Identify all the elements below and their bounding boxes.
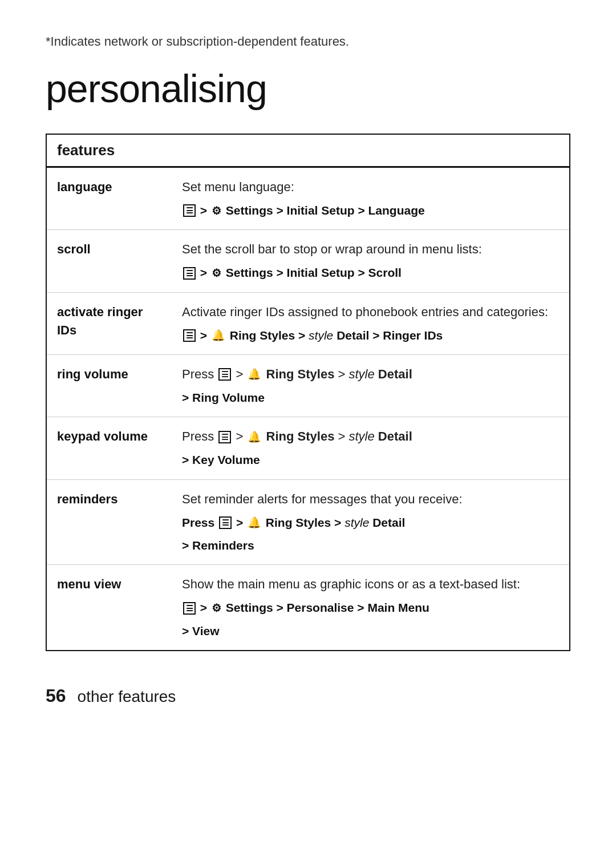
feature-label: menu view <box>46 565 172 651</box>
desc-text: Set the scroll bar to stop or wrap aroun… <box>182 240 559 259</box>
footer: 56 other features <box>46 685 570 706</box>
feature-description: Show the main menu as graphic icons or a… <box>172 565 570 651</box>
path-line: > Key Volume <box>182 451 559 469</box>
footnote: *Indicates network or subscription-depen… <box>46 34 570 49</box>
path-line: ☰ > 🔔 Ring Styles > style Detail > Ringe… <box>182 327 559 344</box>
table-row: menu view Show the main menu as graphic … <box>46 565 570 651</box>
menu-icon: ☰ <box>219 516 232 529</box>
feature-label: activate ringer IDs <box>46 292 172 354</box>
feature-label: keypad volume <box>46 417 172 479</box>
feature-label: ring volume <box>46 354 172 417</box>
path-arrow: > <box>200 329 210 342</box>
settings-icon: ⚙ <box>212 265 221 281</box>
menu-icon: ☰ <box>183 204 196 217</box>
footer-text: other features <box>78 688 176 706</box>
feature-description: Press ☰ > 🔔 Ring Styles > style Detail >… <box>172 354 570 417</box>
ring-icon: 🔔 <box>212 328 225 344</box>
table-row: ring volume Press ☰ > 🔔 Ring Styles > st… <box>46 354 570 417</box>
ring-icon: 🔔 <box>248 429 261 445</box>
footer-page-number: 56 <box>46 685 66 706</box>
desc-text: Set reminder alerts for messages that yo… <box>182 490 559 508</box>
menu-icon: ☰ <box>218 431 231 443</box>
table-row: scroll Set the scroll bar to stop or wra… <box>46 230 570 292</box>
table-row: language Set menu language: ☰ > ⚙ Settin… <box>46 167 570 230</box>
table-row: reminders Set reminder alerts for messag… <box>46 479 570 565</box>
ring-icon: 🔔 <box>248 515 261 531</box>
menu-icon: ☰ <box>183 602 196 615</box>
features-table: features language Set menu language: ☰ >… <box>46 134 570 651</box>
feature-label: language <box>46 167 172 230</box>
menu-icon: ☰ <box>183 329 196 342</box>
path-arrow: > <box>200 601 210 614</box>
desc-text: Press ☰ > 🔔 Ring Styles > style Detail <box>182 367 412 381</box>
path-line: Press ☰ > 🔔 Ring Styles > style Detail <box>182 514 559 531</box>
feature-description: Activate ringer IDs assigned to phoneboo… <box>172 292 570 354</box>
path-line-2: > Reminders <box>182 537 559 554</box>
desc-text: Show the main menu as graphic icons or a… <box>182 575 559 594</box>
desc-text: Activate ringer IDs assigned to phoneboo… <box>182 303 559 321</box>
settings-icon: ⚙ <box>212 203 221 219</box>
path-line: > Ring Volume <box>182 389 559 406</box>
ring-icon: 🔔 <box>248 366 261 382</box>
table-header: features <box>46 134 570 167</box>
table-row: keypad volume Press ☰ > 🔔 Ring Styles > … <box>46 417 570 479</box>
feature-label: scroll <box>46 230 172 292</box>
settings-icon: ⚙ <box>212 600 221 616</box>
feature-label: reminders <box>46 479 172 565</box>
path-line-2: > View <box>182 623 559 640</box>
table-row: activate ringer IDs Activate ringer IDs … <box>46 292 570 354</box>
feature-description: Press ☰ > 🔔 Ring Styles > style Detail >… <box>172 417 570 479</box>
desc-text: Set menu language: <box>182 178 559 196</box>
page-title: personalising <box>46 66 570 111</box>
path-arrow: > <box>200 204 210 217</box>
menu-icon: ☰ <box>183 267 196 280</box>
path-arrow: > <box>200 266 210 279</box>
menu-icon: ☰ <box>218 368 231 381</box>
feature-description: Set menu language: ☰ > ⚙ Settings > Init… <box>172 167 570 230</box>
path-line: ☰ > ⚙ Settings > Personalise > Main Menu <box>182 599 559 616</box>
path-line: ☰ > ⚙ Settings > Initial Setup > Scroll <box>182 264 559 281</box>
path-line: ☰ > ⚙ Settings > Initial Setup > Languag… <box>182 202 559 219</box>
feature-description: Set reminder alerts for messages that yo… <box>172 479 570 565</box>
feature-description: Set the scroll bar to stop or wrap aroun… <box>172 230 570 292</box>
desc-text: Press ☰ > 🔔 Ring Styles > style Detail <box>182 429 412 443</box>
